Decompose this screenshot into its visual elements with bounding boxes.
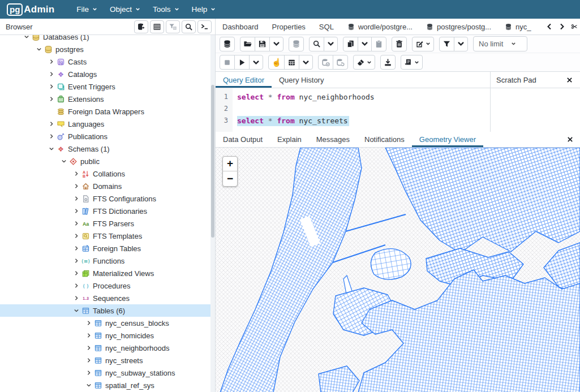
- commit-button[interactable]: [318, 55, 333, 70]
- expand-icon[interactable]: [85, 344, 93, 352]
- tree-item-fts-templates[interactable]: FTS Templates: [0, 230, 215, 242]
- connection-status-button[interactable]: [289, 37, 304, 51]
- output-panel-close-icon[interactable]: [565, 134, 575, 144]
- expand-icon[interactable]: [48, 83, 55, 91]
- tree-item-publications[interactable]: Publications: [0, 130, 215, 143]
- explain-analyze-button[interactable]: [284, 55, 299, 70]
- expand-icon[interactable]: [85, 319, 93, 327]
- expand-icon[interactable]: [85, 369, 93, 377]
- tree-item-databases-1[interactable]: Databases (1): [0, 35, 215, 43]
- tree-item-schemas-1[interactable]: ❖Schemas (1): [0, 143, 215, 155]
- tab-scroll-right-icon[interactable]: [556, 20, 568, 33]
- tab-query-editor[interactable]: Query Editor: [216, 72, 272, 88]
- tree-item-sequences[interactable]: 1..3Sequences: [0, 292, 215, 304]
- cancel-query-button[interactable]: [220, 55, 235, 70]
- tab-properties[interactable]: Properties: [265, 19, 312, 35]
- tree-item-tables-6[interactable]: Tables (6): [0, 304, 215, 317]
- download-results-button[interactable]: [380, 55, 396, 70]
- editor-code[interactable]: select * from nyc_neighborhoodsselect * …: [233, 88, 490, 132]
- tab-messages[interactable]: Messages: [309, 131, 357, 147]
- scratch-pad-close-icon[interactable]: [564, 75, 574, 85]
- copy-options-button[interactable]: [358, 37, 372, 51]
- tab-postgres-postg[interactable]: postgres/postg...: [419, 19, 498, 35]
- tree-item-nyc-neighborhoods[interactable]: nyc_neighborhoods: [0, 342, 215, 354]
- copy-button[interactable]: [343, 37, 358, 51]
- clear-button[interactable]: [353, 55, 375, 70]
- tab-scroll-left-icon[interactable]: [544, 20, 555, 33]
- expand-icon[interactable]: [72, 294, 80, 302]
- tree-item-casts[interactable]: ʃɡCasts: [0, 55, 215, 68]
- filter-button[interactable]: [439, 37, 454, 51]
- connection-button[interactable]: [220, 37, 235, 51]
- sql-editor[interactable]: 123 select * from nyc_neighborhoodsselec…: [216, 88, 491, 132]
- expand-icon[interactable]: [72, 244, 80, 252]
- geometry-viewer[interactable]: + −: [216, 148, 580, 392]
- tree-item-nyc-census-blocks[interactable]: nyc_census_blocks: [0, 317, 215, 329]
- expand-icon[interactable]: [72, 195, 80, 203]
- delete-button[interactable]: [392, 37, 407, 51]
- tab-data-output[interactable]: Data Output: [216, 131, 270, 147]
- expand-icon[interactable]: [72, 182, 80, 190]
- execute-options-button[interactable]: [249, 55, 263, 70]
- save-file-button[interactable]: [255, 37, 270, 51]
- tree-item-event-triggers[interactable]: Event Triggers: [0, 80, 215, 93]
- scratch-pad-body[interactable]: [491, 88, 580, 132]
- explain-options-button[interactable]: [299, 55, 313, 70]
- geometry-map-svg[interactable]: [216, 148, 580, 392]
- expand-icon[interactable]: [72, 257, 80, 265]
- expand-icon[interactable]: [85, 356, 93, 364]
- expand-icon[interactable]: [48, 132, 55, 140]
- tree-scrollbar-thumb[interactable]: [211, 85, 214, 238]
- menu-help[interactable]: Help: [186, 0, 222, 19]
- expand-icon[interactable]: [48, 120, 55, 128]
- search-objects-button[interactable]: [182, 20, 196, 33]
- tree-scrollbar[interactable]: [210, 35, 215, 392]
- tab-detach-icon[interactable]: [569, 20, 580, 33]
- filter-options-button[interactable]: [454, 37, 468, 51]
- tab-sql[interactable]: SQL: [312, 19, 341, 35]
- tree-item-nyc-subway-stations[interactable]: nyc_subway_stations: [0, 367, 215, 379]
- tree-item-foreign-data-wrappers[interactable]: Foreign Data Wrappers: [0, 105, 215, 118]
- tab-geometry-viewer[interactable]: Geometry Viewer: [412, 131, 483, 147]
- tree-item-extensions[interactable]: Extensions: [0, 93, 215, 105]
- find-options-button[interactable]: [324, 37, 338, 51]
- menu-tools[interactable]: Tools: [147, 0, 186, 19]
- tab-notifications[interactable]: Notifications: [357, 131, 412, 147]
- paste-button[interactable]: [371, 37, 386, 51]
- tree-item-spatial-ref-sys[interactable]: spatial_ref_sys: [0, 379, 215, 391]
- tree-item-functions[interactable]: (≡)Functions: [0, 255, 215, 267]
- tree-item-collations[interactable]: ABCollations: [0, 167, 215, 180]
- tree-item-postgres[interactable]: postgres: [0, 43, 215, 55]
- expand-icon[interactable]: [48, 58, 55, 66]
- collapse-icon[interactable]: [48, 145, 55, 153]
- row-limit-select[interactable]: No limit: [473, 36, 527, 51]
- expand-icon[interactable]: [72, 282, 80, 290]
- tab-nyc[interactable]: nyc_: [498, 19, 538, 35]
- tree-item-public[interactable]: public: [0, 155, 215, 167]
- tree-item-procedures[interactable]: ( )Procedures: [0, 279, 215, 292]
- find-button[interactable]: [309, 37, 324, 51]
- macros-button[interactable]: [401, 55, 423, 70]
- tab-dashboard[interactable]: Dashboard: [216, 19, 265, 35]
- tab-query-history[interactable]: Query History: [272, 72, 331, 88]
- tree-item-catalogs[interactable]: ❖Catalogs: [0, 68, 215, 80]
- execute-button[interactable]: [234, 55, 250, 70]
- tree-item-materialized-views[interactable]: Materialized Views: [0, 267, 215, 279]
- save-options-button[interactable]: [269, 37, 283, 51]
- expand-icon[interactable]: [72, 232, 80, 240]
- tab-wordle-postgre[interactable]: wordle/postgre...: [341, 19, 419, 35]
- collapse-icon[interactable]: [23, 35, 31, 41]
- explain-button[interactable]: ☝: [268, 55, 285, 70]
- tree-item-fts-dictionaries[interactable]: FTS Dictionaries: [0, 205, 215, 217]
- tab-explain[interactable]: Explain: [270, 131, 309, 147]
- collapse-icon[interactable]: [72, 307, 80, 315]
- expand-icon[interactable]: [72, 170, 80, 178]
- menu-file[interactable]: File: [70, 0, 104, 19]
- expand-icon[interactable]: [85, 331, 93, 339]
- connect-database-button[interactable]: [134, 20, 148, 33]
- psql-tool-button[interactable]: [197, 20, 212, 33]
- expand-icon[interactable]: [72, 269, 80, 277]
- tree-item-fts-configurations[interactable]: FTS Configurations: [0, 192, 215, 205]
- tree-item-domains[interactable]: Domains: [0, 180, 215, 192]
- tree-item-nyc-homicides[interactable]: nyc_homicides: [0, 329, 215, 342]
